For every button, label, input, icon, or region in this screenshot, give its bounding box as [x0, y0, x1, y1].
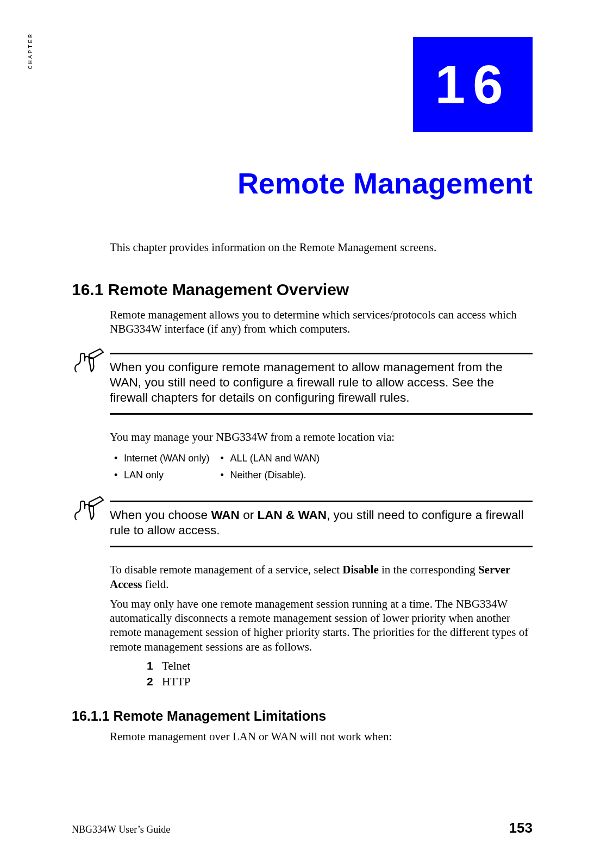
note-hand-pencil-icon	[73, 348, 105, 375]
chapter-badge-vertical: CHAPTER	[27, 33, 34, 69]
document-page: CHAPTER 16 Remote Management This chapte…	[0, 0, 613, 868]
horizontal-rule	[110, 501, 533, 502]
chapter-intro-paragraph: This chapter provides information on the…	[110, 241, 533, 254]
list-item: 2HTTP	[147, 675, 533, 689]
chapter-number-tab: 16	[413, 37, 533, 132]
section-heading-16-1: 16.1 Remote Management Overview	[72, 280, 533, 299]
priority-list: 1Telnet 2HTTP	[125, 659, 533, 689]
list-item: 1Telnet	[147, 659, 533, 673]
horizontal-rule	[110, 353, 533, 354]
body-paragraph: To disable remote management of a servic…	[110, 563, 533, 591]
footer-book-title: NBG334W User’s Guide	[72, 824, 170, 835]
page-footer: NBG334W User’s Guide 153	[72, 820, 533, 836]
footer-page-number: 153	[509, 820, 533, 836]
note-text: When you configure remote management to …	[110, 360, 533, 405]
list-item: •ALL (LAN and WAN)	[220, 451, 329, 466]
body-paragraph: Remote management allows you to determin…	[110, 308, 533, 336]
note-block-2: When you choose WAN or LAN & WAN, you st…	[110, 501, 533, 547]
list-item: •LAN only	[114, 467, 219, 483]
note-block-1: When you configure remote management to …	[110, 353, 533, 415]
horizontal-rule	[110, 413, 533, 415]
chapter-title: Remote Management	[72, 166, 533, 200]
body-paragraph: You may manage your NBG334W from a remot…	[110, 430, 533, 444]
body-paragraph: You may only have one remote management …	[110, 597, 533, 654]
section-heading-16-1-1: 16.1.1 Remote Management Limitations	[72, 708, 533, 724]
body-paragraph: Remote management over LAN or WAN will n…	[110, 729, 533, 744]
note-text: When you choose WAN or LAN & WAN, you st…	[110, 508, 533, 538]
note-hand-pencil-icon	[73, 496, 105, 523]
horizontal-rule	[110, 546, 533, 547]
options-table: •Internet (WAN only) •ALL (LAN and WAN) …	[113, 449, 330, 484]
list-item: •Internet (WAN only)	[114, 451, 219, 466]
list-item: •Neither (Disable).	[220, 467, 329, 483]
